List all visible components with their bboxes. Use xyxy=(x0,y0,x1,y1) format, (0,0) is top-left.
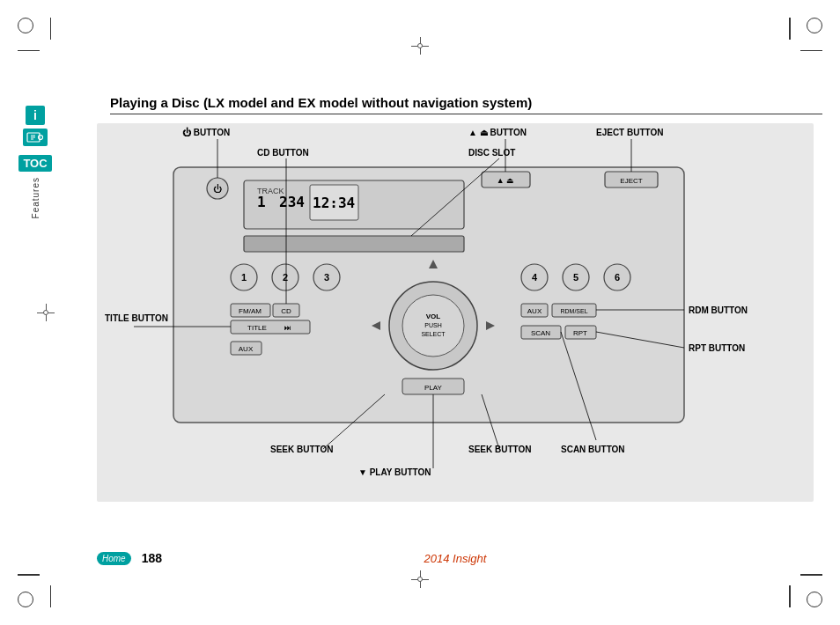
svg-text:EJECT: EJECT xyxy=(620,177,642,185)
svg-text:⏭: ⏭ xyxy=(284,324,291,332)
svg-rect-12 xyxy=(244,236,464,252)
svg-text:RPT: RPT xyxy=(573,329,587,337)
sidebar: i TOC Features xyxy=(0,0,70,625)
diagram-svg: TRACK 1 234 12:34 1 2 3 4 5 6 VOL PUSH xyxy=(97,123,814,502)
svg-text:12:34: 12:34 xyxy=(313,195,355,211)
diagram-area: TRACK 1 234 12:34 1 2 3 4 5 6 VOL PUSH xyxy=(97,123,814,502)
svg-text:2: 2 xyxy=(283,272,288,283)
svg-text:⏻: ⏻ xyxy=(213,184,222,194)
svg-point-1 xyxy=(39,136,43,140)
page-title: Playing a Disc (LX model and EX model wi… xyxy=(110,95,822,114)
svg-text:▲ ⏏ BUTTON: ▲ ⏏ BUTTON xyxy=(468,128,527,137)
svg-text:4: 4 xyxy=(532,272,538,283)
svg-text:PUSH: PUSH xyxy=(424,322,441,328)
svg-text:234: 234 xyxy=(279,194,305,210)
footer: Home 188 2014 Insight xyxy=(97,551,814,565)
svg-text:AUX: AUX xyxy=(527,307,542,315)
svg-text:TITLE BUTTON: TITLE BUTTON xyxy=(105,313,168,323)
svg-text:RDM/SEL: RDM/SEL xyxy=(560,308,587,314)
svg-text:DISC SLOT: DISC SLOT xyxy=(468,148,515,158)
svg-text:SELECT: SELECT xyxy=(421,331,446,337)
svg-text:SEEK BUTTON: SEEK BUTTON xyxy=(270,445,334,454)
svg-text:VOL: VOL xyxy=(426,312,441,320)
svg-text:SCAN: SCAN xyxy=(531,329,550,337)
svg-text:SEEK BUTTON: SEEK BUTTON xyxy=(468,445,532,454)
home-badge[interactable]: Home xyxy=(97,552,131,565)
svg-text:FM/AM: FM/AM xyxy=(239,307,262,315)
info-icon[interactable]: i xyxy=(26,106,45,125)
main-content: Playing a Disc (LX model and EX model wi… xyxy=(70,0,840,625)
svg-text:5: 5 xyxy=(573,272,578,283)
svg-text:AUX: AUX xyxy=(239,345,254,353)
svg-text:CD: CD xyxy=(281,307,291,315)
svg-text:EJECT BUTTON: EJECT BUTTON xyxy=(596,128,664,137)
svg-text:6: 6 xyxy=(615,272,620,283)
svg-text:▲ ⏏: ▲ ⏏ xyxy=(497,176,514,185)
footer-title: 2014 Insight xyxy=(424,552,487,565)
audio-icon[interactable] xyxy=(23,129,48,146)
svg-text:1: 1 xyxy=(241,272,247,283)
svg-text:1: 1 xyxy=(257,194,266,210)
svg-text:CD BUTTON: CD BUTTON xyxy=(257,148,309,158)
svg-text:SCAN BUTTON: SCAN BUTTON xyxy=(561,445,625,454)
svg-rect-45 xyxy=(231,320,310,334)
svg-text:RPT BUTTON: RPT BUTTON xyxy=(689,343,745,353)
svg-text:3: 3 xyxy=(324,272,329,283)
page-number: 188 xyxy=(142,551,162,565)
svg-text:▼ PLAY  BUTTON: ▼ PLAY BUTTON xyxy=(358,467,431,477)
svg-text:RDM BUTTON: RDM BUTTON xyxy=(689,305,748,315)
svg-text:PLAY: PLAY xyxy=(424,384,443,392)
svg-text:⏻ BUTTON: ⏻ BUTTON xyxy=(182,127,230,137)
svg-text:TITLE: TITLE xyxy=(247,324,267,332)
sidebar-features-label: Features xyxy=(31,177,41,218)
toc-badge[interactable]: TOC xyxy=(18,155,51,172)
